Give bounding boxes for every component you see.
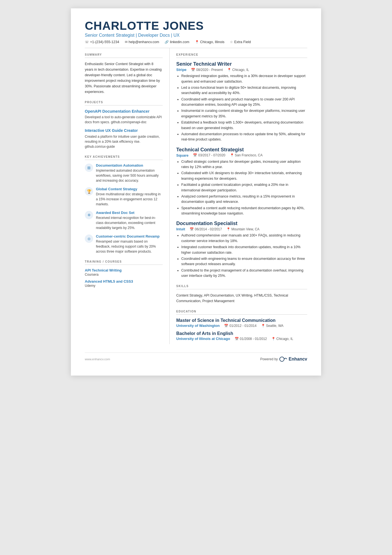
link-icon: 🔗 [165,40,169,44]
experience-label: EXPERIENCE [176,53,307,58]
bullet-2-5: Spearheaded a content audit reducing red… [181,206,307,216]
achievements-label: KEY ACHIEVEMENTS [85,155,163,160]
achievement-desc-3: Received internal recognition for best-i… [96,215,163,230]
achievement-icon-3: ⚙ [85,211,93,219]
edu-item-2: Bachelor of Arts in English University o… [176,331,307,341]
main-columns: SUMMARY Enthusiastic Senior Content Stra… [85,48,307,344]
bullet-1-5: Established a feedback loop with 1,500+ … [181,120,307,131]
edu-meta-1: University of Washington 📅 01/2012 - 01/… [176,324,307,328]
summary-text: Enthusiastic Senior Content Strategist w… [85,61,163,95]
footer-brand: Powered by Enhancv [260,357,307,362]
bullet-3-3: Coordinated with engineering teams to en… [181,256,307,267]
achievement-desc-1: Implemented automated documentation work… [96,168,163,183]
star-icon: ☆ [230,40,233,44]
achievement-desc-4: Revamped user manuals based on feedback,… [96,239,163,254]
job-bullets-1: Redesigned integration guides, resulting… [176,73,307,142]
job-dates-3: 📅 06/2014 - 02/2017 [190,227,222,231]
bullet-1-1: Redesigned integration guides, resulting… [181,73,307,84]
achievement-icon-1: ⊞ [85,164,93,172]
edu-degree-2: Bachelor of Arts in English [176,331,307,336]
education-label: EDUCATION [176,310,307,315]
phone-icon: ☏ [85,40,89,44]
bullet-1-2: Led a cross-functional team to digitize … [181,85,307,96]
job-1: Senior Technical Writer Stripe 📅 08/2020… [176,61,307,142]
job-dates-2: 📅 03/2017 - 07/2020 [193,153,225,157]
edu-cal-icon-1: 📅 [224,324,228,328]
training-source-1: Coursera [85,273,163,277]
bullet-1-3: Coordinated with engineers and product m… [181,97,307,108]
footer-website: www.enhancv.com [85,357,110,361]
edu-school-2: University of Illinois at Chicago [176,337,230,341]
contact-bar: ☏ +1-(234)-555-1234 ✉ help@enhancv.com 🔗… [85,40,307,48]
achievement-desc-2: Drove multinational doc strategy resulti… [96,192,163,207]
calendar-icon-3: 📅 [190,227,194,231]
achievement-item-4: ◎ Customer-centric Document Revamp Revam… [85,234,163,254]
edu-meta-2: University of Illinois at Chicago 📅 01/2… [176,337,307,341]
contact-location: 📍 Chicago, Illinois [195,40,225,44]
job-company-1: Stripe [176,68,187,72]
job-2: Technical Content Strategist Square 📅 03… [176,147,307,216]
edu-degree-1: Master of Science in Technical Communica… [176,318,307,323]
contact-linkedin: 🔗 linkedin.com [165,40,189,44]
achievement-title-4: Customer-centric Document Revamp [96,234,163,238]
training-item-2: Advanced HTML5 and CSS3 Udemy [85,279,163,288]
bullet-2-3: Facilitated a global content localizatio… [181,182,307,193]
job-title-2: Technical Content Strategist [176,147,307,153]
job-title-1: Senior Technical Writer [176,61,307,67]
pin-icon-3: 📍 [226,227,230,231]
project-title-1: OpenAPI Documentation Enhancer [85,109,163,114]
candidate-name: CHARLOTTE JONES [85,19,307,32]
achievement-title-1: Documentation Automation [96,163,163,167]
pin-icon-2: 📍 [230,153,234,157]
bullet-1-4: Instrumental in curating content strateg… [181,108,307,119]
footer: www.enhancv.com Powered by Enhancv [85,352,307,362]
bullet-2-4: Analyzed content performance metrics, re… [181,194,307,205]
training-label: TRAINING / COURSES [85,260,163,265]
job-company-3: Intuit [176,227,185,231]
resume-page: CHARLOTTE JONES Senior Content Strategis… [71,8,321,376]
job-meta-2: Square 📅 03/2017 - 07/2020 📍 San Francis… [176,153,307,157]
edu-pin-icon-1: 📍 [261,324,265,328]
edu-school-1: University of Washington [176,324,220,328]
job-company-2: Square [176,153,188,157]
bullet-3-4: Contributed to the project management of… [181,268,307,279]
job-bullets-2: Crafted strategic content plans for deve… [176,159,307,216]
contact-extra: ☆ Extra Field [230,40,251,44]
job-location-3: 📍 Mountain View, CA [226,227,259,231]
skills-label: SKILLS [176,285,307,289]
skills-text: Content Strategy, API Documentation, UX … [176,293,307,304]
bullet-2-2: Collaborated with UX designers to develo… [181,171,307,181]
achievement-item-1: ⊞ Documentation Automation Implemented a… [85,163,163,183]
email-icon: ✉ [125,40,128,44]
project-title-2: Interactive UX Guide Creator [85,128,163,133]
achievement-icon-4: ◎ [85,235,93,243]
edu-cal-icon-2: 📅 [235,337,239,341]
location-icon: 📍 [195,40,199,44]
svg-point-0 [280,357,284,361]
projects-label: PROJECTS [85,101,163,105]
project-item-1: OpenAPI Documentation Enhancer Developed… [85,109,163,125]
edu-loc-1: 📍 Seattle, WA [261,324,284,328]
edu-pin-icon-2: 📍 [271,337,276,341]
right-column: EXPERIENCE Senior Technical Writer Strip… [169,48,307,344]
contact-email: ✉ help@enhancv.com [125,40,159,44]
job-meta-1: Stripe 📅 08/2020 - Present 📍 Chicago, IL [176,68,307,72]
job-meta-3: Intuit 📅 06/2014 - 02/2017 📍 Mountain Vi… [176,227,307,231]
job-title-3: Documentation Specialist [176,221,307,226]
training-source-2: Udemy [85,284,163,288]
job-location-1: 📍 Chicago, IL [227,68,249,72]
calendar-icon-1: 📅 [191,68,195,72]
job-bullets-3: Authored comprehensive user manuals and … [176,233,307,278]
bullet-2-1: Crafted strategic content plans for deve… [181,159,307,170]
achievement-title-3: Awarded Best Doc Set [96,211,163,215]
enhancv-logo: Enhancv [279,357,307,362]
job-3: Documentation Specialist Intuit 📅 06/201… [176,221,307,278]
bullet-3-1: Authored comprehensive user manuals and … [181,233,307,244]
logo-text: Enhancv [289,357,307,362]
contact-phone: ☏ +1-(234)-555-1234 [85,40,119,44]
achievement-icon-2: 🏆 [85,187,93,196]
powered-by-text: Powered by [260,357,278,361]
project-desc-1: Developed a tool to auto-generate custom… [85,115,163,125]
edu-item-1: Master of Science in Technical Communica… [176,318,307,328]
left-column: SUMMARY Enthusiastic Senior Content Stra… [85,48,169,344]
